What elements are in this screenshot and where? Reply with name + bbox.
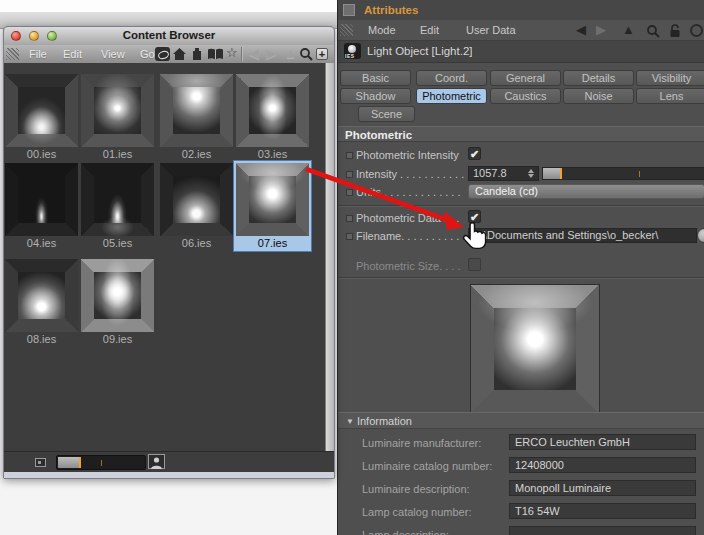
thumbnail-label: 06.ies: [159, 237, 234, 250]
thumbnail-07-selected[interactable]: 07.ies: [233, 160, 312, 252]
anim-dot[interactable]: [346, 152, 353, 159]
photometric-data-label: Photometric Data . . .: [356, 212, 459, 224]
thumbnail-04[interactable]: 04.ies: [4, 162, 79, 250]
menu-mode[interactable]: Mode: [368, 24, 396, 36]
intensity-value: 1057.8: [473, 167, 507, 179]
thumbnail-08[interactable]: 08.ies: [4, 258, 79, 346]
menu-view[interactable]: View: [101, 48, 125, 60]
small-thumbnail-icon[interactable]: [35, 458, 46, 467]
person-icon[interactable]: [148, 454, 165, 469]
thumbnail-size-slider[interactable]: [56, 455, 146, 470]
browser-view-icon[interactable]: [155, 47, 170, 61]
thumbnail-grid: 00.ies 01.ies 02.ies 03.ies 04.ies 05.ie…: [4, 63, 334, 451]
ies-light-icon: [344, 43, 361, 59]
browse-file-button[interactable]: [697, 228, 704, 243]
menu-go[interactable]: Go: [140, 48, 155, 60]
luminaire-catalog-number-field[interactable]: 12408000: [509, 457, 696, 473]
luminaire-description-field[interactable]: Monopoll Luminaire: [509, 480, 696, 496]
tab-visibility[interactable]: Visibility: [636, 70, 704, 86]
add-button[interactable]: +: [316, 48, 328, 60]
thumbnail-05[interactable]: 05.ies: [80, 162, 155, 250]
intensity-slider[interactable]: [542, 167, 704, 180]
search-icon[interactable]: [299, 47, 313, 61]
forward-arrow-icon[interactable]: ▶: [266, 46, 276, 61]
menu-user-data[interactable]: User Data: [466, 24, 516, 36]
divider: [338, 205, 704, 207]
spinner-icon[interactable]: [527, 168, 536, 179]
back-arrow-icon[interactable]: ◀: [576, 22, 586, 37]
catalog-book-icon[interactable]: [207, 47, 224, 61]
photometric-data-checkbox[interactable]: ✔: [468, 210, 481, 223]
anim-dot[interactable]: [346, 233, 353, 240]
collapse-triangle-icon[interactable]: ▼: [346, 414, 354, 430]
thumbnail-label: 00.ies: [4, 148, 79, 161]
tab-scene[interactable]: Scene: [358, 106, 415, 122]
panel-title: Attributes: [364, 4, 418, 16]
tab-basic[interactable]: Basic: [340, 70, 411, 86]
ies-render-image: [5, 74, 78, 147]
information-section-header[interactable]: ▼Information: [338, 412, 704, 429]
divider: [338, 277, 704, 279]
lamp-description-field[interactable]: [509, 526, 696, 535]
luminaire-description-label: Luminaire description:: [362, 483, 470, 495]
information-title: Information: [357, 415, 412, 427]
up-arrow-icon[interactable]: ▲: [284, 46, 297, 61]
units-dropdown[interactable]: Candela (cd): [468, 184, 704, 199]
ies-render-image: [5, 163, 78, 236]
tab-lens[interactable]: Lens: [636, 88, 704, 104]
lock-icon[interactable]: [668, 23, 682, 38]
tab-noise[interactable]: Noise: [563, 88, 634, 104]
slider-handle[interactable]: [543, 168, 560, 179]
lamp-catalog-number-field[interactable]: T16 54W: [509, 503, 696, 519]
anim-dot[interactable]: [346, 171, 353, 178]
luminaire-manufacturer-field[interactable]: ERCO Leuchten GmbH: [509, 434, 696, 450]
photometric-intensity-checkbox[interactable]: ✔: [468, 147, 481, 160]
favorites-star-icon[interactable]: ☆: [226, 45, 238, 60]
thumbnail-00[interactable]: 00.ies: [4, 73, 79, 161]
units-label: Units . . . . . . . . . . . . .: [356, 186, 461, 198]
content-browser-statusbar: [4, 451, 334, 473]
thumbnail-09[interactable]: 09.ies: [80, 258, 155, 346]
anim-dot[interactable]: [346, 215, 353, 222]
filename-input[interactable]: C:\Documents and Settings\o_becker\: [468, 228, 697, 243]
home-icon[interactable]: [172, 47, 187, 61]
object-name: Light Object [Light.2]: [367, 45, 472, 57]
container-icon[interactable]: [190, 47, 204, 61]
photometric-size-checkbox[interactable]: [468, 258, 481, 271]
tab-photometric-selected[interactable]: Photometric: [416, 88, 487, 104]
thumbnail-02[interactable]: 02.ies: [159, 73, 234, 161]
tab-details[interactable]: Details: [563, 70, 634, 86]
back-arrow-icon[interactable]: ◀: [249, 46, 259, 61]
grip-icon[interactable]: [6, 48, 19, 60]
slider-handle[interactable]: [58, 457, 79, 468]
forward-arrow-icon[interactable]: ▶: [596, 22, 606, 37]
thumbnail-label: 01.ies: [80, 148, 155, 161]
ies-render-image: [81, 74, 154, 147]
menu-edit[interactable]: Edit: [420, 24, 439, 36]
desktop-strip: [0, 0, 337, 12]
menu-edit[interactable]: Edit: [63, 48, 82, 60]
intensity-label: Intensity . . . . . . . . . . .: [356, 168, 464, 180]
tab-caustics[interactable]: Caustics: [490, 88, 561, 104]
thumbnail-03[interactable]: 03.ies: [235, 73, 310, 161]
slider-orange-marker: [79, 457, 81, 468]
panel-icon[interactable]: [343, 4, 355, 16]
thumbnail-06[interactable]: 06.ies: [159, 162, 234, 250]
anim-dot[interactable]: [346, 189, 353, 196]
attributes-titlebar[interactable]: Attributes: [338, 0, 704, 21]
ies-render-image: [236, 163, 309, 236]
tab-general[interactable]: General: [490, 70, 561, 86]
grip-icon[interactable]: [340, 24, 353, 36]
thumbnail-01[interactable]: 01.ies: [80, 73, 155, 161]
menu-file[interactable]: File: [29, 48, 47, 60]
search-icon[interactable]: [646, 24, 660, 38]
up-arrow-icon[interactable]: ▲: [622, 22, 635, 37]
intensity-input[interactable]: 1057.8: [468, 166, 539, 181]
content-browser-titlebar[interactable]: Content Browser: [4, 27, 334, 46]
vertical-scrollbar[interactable]: [325, 63, 334, 451]
link-icon[interactable]: [690, 24, 703, 37]
tab-shadow[interactable]: Shadow: [340, 88, 411, 104]
tab-coord[interactable]: Coord.: [416, 70, 487, 86]
photometric-size-label: Photometric Size. . . .: [356, 260, 461, 272]
lamp-description-label: Lamp description:: [362, 529, 449, 535]
